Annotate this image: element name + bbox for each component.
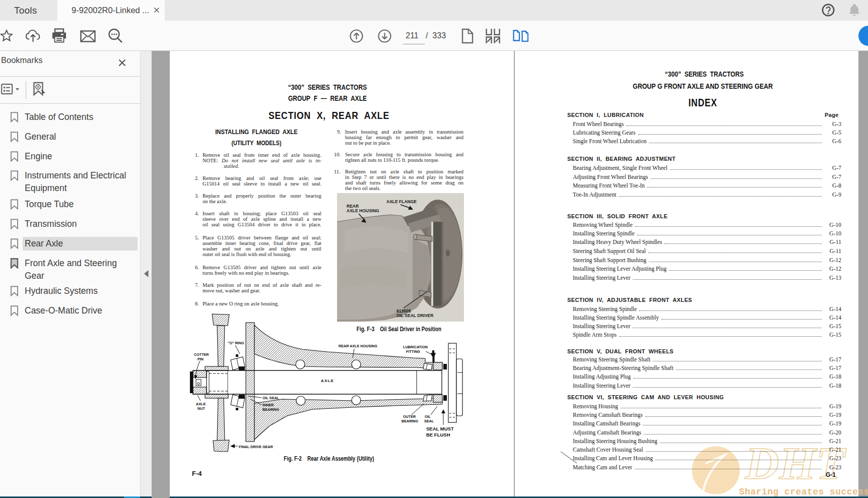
svg-text:"O" RING: "O" RING [228, 341, 244, 345]
svg-text:FITTING: FITTING [406, 349, 420, 354]
svg-text:AXLE: AXLE [321, 379, 334, 383]
svg-text:SEAL: SEAL [424, 419, 434, 423]
svg-text:AXLE: AXLE [196, 402, 206, 406]
svg-text:BEARING: BEARING [262, 407, 280, 412]
svg-text:BEARING: BEARING [402, 419, 419, 423]
svg-text:BE FLUSH: BE FLUSH [426, 432, 450, 438]
svg-text:OIL SEAL: OIL SEAL [262, 396, 280, 400]
svg-text:AXLE FLANGE: AXLE FLANGE [386, 199, 417, 204]
svg-text:REAR AXLE HOUSING: REAR AXLE HOUSING [339, 344, 377, 348]
svg-text:COTTER: COTTER [194, 352, 209, 357]
svg-text:SEAL MUST: SEAL MUST [426, 426, 454, 431]
svg-text:AXLE HOUSING: AXLE HOUSING [347, 208, 379, 213]
svg-text:LUBRICATION: LUBRICATION [403, 345, 428, 349]
svg-text:OUTER: OUTER [403, 414, 416, 419]
svg-text:INNER: INNER [262, 403, 274, 407]
svg-text:PIN: PIN [197, 357, 204, 361]
svg-text:FINAL DRIVE GEAR: FINAL DRIVE GEAR [239, 445, 274, 449]
svg-text:NUT: NUT [197, 406, 205, 411]
svg-text:OIL: OIL [425, 414, 431, 419]
